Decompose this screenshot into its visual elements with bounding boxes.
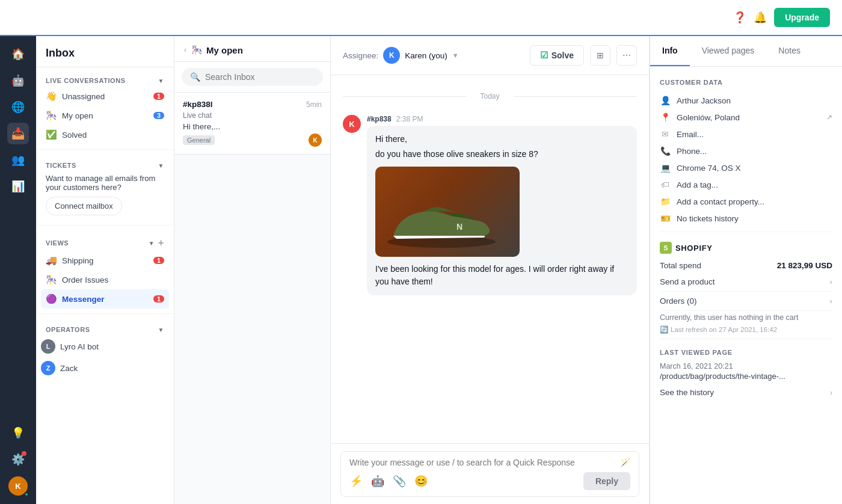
shopify-icon: S [660,242,672,254]
conv-bottom: General K [183,134,322,147]
tab-notes[interactable]: Notes [766,36,813,66]
rail-bot-icon[interactable]: 🤖 [7,70,29,91]
attachment-icon[interactable]: 📎 [393,475,406,488]
chat-body: Today K #kp838 2:38 PM Hi there, do you … [331,75,649,443]
tickets-chevron: ▼ [158,162,164,169]
rail-tips-icon[interactable]: 💡 [7,422,29,444]
sidebar-item-messenger[interactable]: 🟣 Messenger 1 [41,289,169,309]
tab-viewed-pages[interactable]: Viewed pages [690,36,767,66]
rail-home-icon[interactable]: 🏠 [7,43,29,65]
chat-actions: ☑ Solve ⊞ ⋯ [530,45,637,66]
customer-data-section: CUSTOMER DATA 👤 Arthur Jackson 📍 Golenió… [660,79,832,227]
sidebar-header: Inbox [36,36,174,67]
sidebar-item-my-open[interactable]: 🎠 My open 3 [41,106,169,125]
more-options-icon[interactable]: ⋯ [616,45,637,66]
message-bubble: Hi there, do you have those olive sneake… [367,126,637,295]
customer-location-row: 📍 Goleniów, Poland ↗ [660,109,832,126]
sidebar-item-shipping[interactable]: 🚚 Shipping 1 [41,251,169,270]
last-viewed-date: March 16, 2021 20:21 [660,362,832,370]
main-content: 🏠 🤖 🌐 📥 👥 📊 💡 ⚙️ K Inbox LIVE CONVERSATI… [0,36,842,504]
lyro-label: Lyro AI bot [60,342,99,351]
message-time: 2:38 PM [396,115,423,123]
rail-settings-icon[interactable]: ⚙️ [7,449,29,470]
search-input[interactable] [205,72,315,82]
solved-icon: ✅ [46,129,57,140]
messenger-badge: 1 [153,295,164,303]
orders-chevron: › [830,297,833,306]
views-label[interactable]: VIEWS ▼ + [41,235,169,251]
action-icon-1[interactable]: ⊞ [590,45,610,66]
connect-mailbox-button[interactable]: Connect mailbox [46,197,122,215]
sidebar-item-solved[interactable]: ✅ Solved [41,125,169,144]
orders-row[interactable]: Orders (0) › [660,292,832,311]
customer-name: Arthur Jackson [677,96,832,105]
lightning-icon[interactable]: ⚡ [349,475,363,488]
order-issues-label: Order Issues [62,275,108,284]
reply-button[interactable]: Reply [583,472,630,490]
icon-rail: 🏠 🤖 🌐 📥 👥 📊 💡 ⚙️ K [0,36,36,504]
svg-text:N: N [456,222,462,232]
notification-icon[interactable]: 🔔 [754,11,767,24]
zack-avatar: Z [41,361,55,375]
quick-response-icon[interactable]: 🪄 [620,458,630,467]
live-conv-chevron: ▼ [158,78,164,84]
conv-list-header: ‹ 🎠 My open [174,36,330,62]
my-open-label: My open [62,111,93,120]
live-conversations-label[interactable]: LIVE CONVERSATIONS ▼ [41,75,169,87]
conversation-item[interactable]: #kp838l 5min Live chat Hi there,... Gene… [174,93,330,155]
operator-lyro[interactable]: L Lyro AI bot [41,336,169,357]
unassigned-label: Unassigned [62,92,105,101]
views-add-icon[interactable]: + [158,238,164,248]
customer-phone-row[interactable]: 📞 Phone... [660,143,832,159]
tickets-section: TICKETS ▼ Want to manage all emails from… [36,152,174,223]
assignee-dropdown-icon[interactable]: ▼ [452,52,459,59]
rail-avatar[interactable]: K [7,475,29,497]
conv-list-back-chevron[interactable]: ‹ [184,46,186,54]
app-wrapper: ❓ 🔔 Upgrade 🏠 🤖 🌐 📥 👥 📊 💡 ⚙️ K Inbox [0,0,842,504]
rail-contacts-icon[interactable]: 👥 [7,149,29,171]
tab-info[interactable]: Info [650,36,690,66]
emoji-picker-icon[interactable]: 🤖 [371,475,384,488]
emoji-icon[interactable]: 😊 [414,475,428,488]
chat-input-area: 🪄 ⚡ 🤖 📎 😊 Reply [331,443,649,504]
assignee-avatar: K [383,47,400,64]
operator-zack[interactable]: Z Zack [41,357,169,379]
rail-inbox-icon[interactable]: 📥 [7,123,29,144]
customer-tag-row[interactable]: 🏷 Add a tag... [660,176,832,193]
last-viewed-url: /product/bag/products/the-vintage-... [660,372,832,381]
assignee-name[interactable]: Karen (you) [405,51,447,60]
sidebar-item-order-issues[interactable]: 🎠 Order Issues [41,270,169,289]
solve-button[interactable]: ☑ Solve [530,45,584,66]
customer-data-label: CUSTOMER DATA [660,79,832,86]
rail-network-icon[interactable]: 🌐 [7,96,29,118]
property-icon: 📁 [660,197,671,206]
solve-label: Solve [552,51,574,60]
customer-email-row[interactable]: ✉ Email... [660,126,832,143]
help-icon[interactable]: ❓ [733,11,746,24]
conv-time: 5min [306,100,322,109]
shipping-icon: 🚚 [46,255,57,266]
customer-property-row[interactable]: 📁 Add a contact property... [660,193,832,210]
shipping-label: Shipping [62,256,94,265]
message-row: K #kp838 2:38 PM Hi there, do you have t… [343,115,637,295]
external-link-icon[interactable]: ↗ [826,113,832,121]
send-product-row[interactable]: Send a product › [660,272,832,292]
send-product-chevron: › [830,277,833,286]
chat-input[interactable] [349,458,614,467]
sidebar: Inbox LIVE CONVERSATIONS ▼ 👋 Unassigned … [36,36,174,504]
conv-list-title-text: My open [206,45,243,55]
conv-channel: Live chat [183,111,322,120]
top-app-bar: ❓ 🔔 Upgrade [0,0,842,36]
conv-item-top: #kp838l 5min [183,100,322,109]
tickets-label[interactable]: TICKETS ▼ [41,159,169,171]
upgrade-button[interactable]: Upgrade [774,8,830,27]
tickets-description: Want to manage all emails from your cust… [46,174,164,192]
tickets-icon: 🎫 [660,214,671,223]
day-separator: Today [343,92,637,100]
see-history-row[interactable]: See the history › [660,383,832,402]
rail-reports-icon[interactable]: 📊 [7,176,29,197]
tag-icon: 🏷 [660,180,671,189]
operators-label[interactable]: OPERATORS ▼ [41,324,169,336]
sidebar-item-unassigned[interactable]: 👋 Unassigned 1 [41,87,169,106]
customer-browser-row: 💻 Chrome 74, OS X [660,159,832,176]
